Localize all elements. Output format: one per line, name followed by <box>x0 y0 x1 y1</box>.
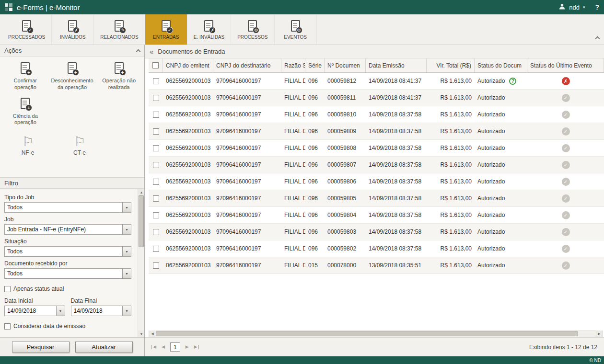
pesquisar-button[interactable]: Pesquisar <box>12 341 70 353</box>
chevron-down-icon[interactable] <box>122 269 131 278</box>
collapse-ribbon-icon[interactable] <box>595 36 600 41</box>
column-serie[interactable]: Série <box>305 58 325 72</box>
tab-entradas[interactable]: ENTRADAS <box>145 14 187 45</box>
table-row[interactable]: 0625569200010397096416000197FILIAL D0960… <box>149 224 604 240</box>
table-row[interactable]: 0625569200010397096416000197FILIAL D0960… <box>149 90 604 106</box>
row-checkbox[interactable] <box>153 145 159 151</box>
checkbox-box[interactable] <box>4 323 11 330</box>
table-row[interactable]: 0625569200010397096416000197FILIAL D0960… <box>149 157 604 173</box>
help-button[interactable]: ? <box>595 3 599 11</box>
chevron-down-icon[interactable] <box>122 203 131 212</box>
chevron-down-icon[interactable] <box>122 306 131 316</box>
chevron-down-icon[interactable] <box>122 225 131 234</box>
table-row[interactable]: 0625569200010397096416000197FILIAL D0960… <box>149 240 604 257</box>
tab-processados[interactable]: PROCESSADOS <box>2 14 52 45</box>
row-checkbox[interactable] <box>153 112 159 118</box>
table-row[interactable]: 0625569200010397096416000197FILIAL D0960… <box>149 106 604 123</box>
column-valor-total[interactable]: Vlr. Total (R$) <box>427 58 475 72</box>
cell-serie: 096 <box>305 207 325 223</box>
row-checkbox[interactable] <box>153 195 159 202</box>
considerar-data-emissao-checkbox[interactable]: Considerar data de emissão <box>4 323 131 330</box>
table-header: CNPJ do emitent CNPJ do destinatário Raz… <box>149 58 604 73</box>
apenas-status-atual-checkbox[interactable]: Apenas status atual <box>4 285 131 292</box>
row-checkbox[interactable] <box>153 246 159 252</box>
column-cnpj-destinatario[interactable]: CNPJ do destinatário <box>213 58 281 72</box>
collapse-sidebar-icon[interactable]: « <box>150 47 153 56</box>
column-data-emissao[interactable]: Data Emissão <box>366 58 427 72</box>
column-razao-social[interactable]: Razão S <box>281 58 305 72</box>
tab-eventos[interactable]: EVENTOS <box>275 14 317 45</box>
pager-first-button[interactable] <box>151 345 156 349</box>
row-checkbox[interactable] <box>153 212 159 218</box>
table-row[interactable]: 0625569200010397096416000197FILIAL D0960… <box>149 123 604 140</box>
tab-processos[interactable]: PROCESSOS <box>231 14 274 45</box>
cell-status-ultimo-evento <box>527 73 604 89</box>
data-inicial-select[interactable]: 14/09/2018 <box>4 306 65 316</box>
cte-flag-button[interactable]: CT-e <box>67 136 92 156</box>
pager-current-page[interactable]: 1 <box>170 342 180 352</box>
pager-next-button[interactable] <box>186 345 189 349</box>
checkbox-box[interactable] <box>4 286 11 292</box>
horizontal-scrollbar[interactable] <box>149 330 603 337</box>
question-icon[interactable]: ? <box>509 78 516 85</box>
error-status-icon <box>562 77 570 85</box>
documento-recebido-por-select[interactable]: Todos <box>4 268 131 279</box>
column-status-ultimo-evento[interactable]: Status do Último Evento <box>527 58 604 72</box>
scrollbar-thumb[interactable] <box>139 195 144 247</box>
pagination-bar: 1 Exibindo itens 1 - 12 de 12 <box>145 337 604 356</box>
cell-cnpj-destinatario: 97096416000197 <box>213 240 281 257</box>
atualizar-button[interactable]: Atualizar <box>75 341 133 353</box>
table-row[interactable]: 0625569200010397096416000197FILIAL D0960… <box>149 173 604 190</box>
scroll-right-icon[interactable] <box>596 330 603 337</box>
tab-e-invalidas[interactable]: E. INVÁLIDAS <box>187 14 231 45</box>
column-status-documento[interactable]: Status do Docum <box>475 58 527 72</box>
row-checkbox-cell <box>149 190 163 206</box>
collapse-actions-icon[interactable] <box>136 49 141 54</box>
table-row[interactable]: 0625569200010397096416000197FILIAL D0960… <box>149 140 604 157</box>
scroll-up-icon[interactable] <box>138 189 144 195</box>
chevron-down-icon[interactable] <box>122 247 131 256</box>
table-row[interactable]: 0625569200010397096416000197FILIAL D0960… <box>149 190 604 207</box>
data-final-select[interactable]: 14/09/2018 <box>71 306 132 316</box>
row-checkbox[interactable] <box>153 229 159 235</box>
desconhecimento-operacao-button[interactable]: Desconhecimento da operação <box>50 62 95 91</box>
scroll-left-icon[interactable] <box>149 330 156 337</box>
confirmar-operacao-button[interactable]: Confirmar operação <box>3 62 48 91</box>
row-checkbox[interactable] <box>153 179 159 185</box>
success-status-icon <box>562 211 570 219</box>
row-checkbox[interactable] <box>153 128 159 135</box>
pager-prev-button[interactable] <box>162 345 165 349</box>
tab-relacionados[interactable]: RELACIONADOS <box>94 14 145 45</box>
situacao-select[interactable]: Todos <box>4 246 131 257</box>
cell-razao-social: FILIAL D <box>281 224 305 240</box>
cell-serie: 096 <box>305 90 325 106</box>
row-checkbox[interactable] <box>153 95 159 101</box>
tab-invalidos[interactable]: INVÁLIDOS <box>52 14 94 45</box>
scroll-down-icon[interactable] <box>138 330 144 337</box>
filter-scrollbar[interactable] <box>138 189 144 337</box>
table-row[interactable]: 0625569200010397096416000197FILIAL D0960… <box>149 73 604 90</box>
select-all-checkbox[interactable] <box>152 62 159 68</box>
tipo-do-job-select[interactable]: Todos <box>4 202 131 213</box>
table-row[interactable]: 0625569200010397096416000197FILIAL D0150… <box>149 257 604 274</box>
column-cnpj-emitente[interactable]: CNPJ do emitent <box>163 58 213 72</box>
chevron-down-icon[interactable]: ▾ <box>583 5 585 10</box>
chevron-down-icon[interactable] <box>56 306 65 316</box>
cell-cnpj-emitente: 06255692000103 <box>163 73 213 89</box>
cell-numero-documento: 000059803 <box>325 224 366 240</box>
job-select[interactable]: Job Entrada - NF-e (EntryNFe) <box>4 224 131 235</box>
ciencia-operacao-button[interactable]: Ciência da operação <box>3 98 48 126</box>
cell-cnpj-emitente: 06255692000103 <box>163 123 213 139</box>
user-menu[interactable]: ndd <box>569 4 580 11</box>
nfe-flag-button[interactable]: NF-e <box>15 136 40 156</box>
pager-last-button[interactable] <box>194 345 199 349</box>
operacao-nao-realizada-button[interactable]: Operação não realizada <box>96 62 141 91</box>
tab-label: INVÁLIDOS <box>60 34 85 40</box>
row-checkbox[interactable] <box>153 262 159 269</box>
row-checkbox[interactable] <box>153 162 159 168</box>
column-numero-documento[interactable]: Nº Documen <box>325 58 366 72</box>
scrollbar-thumb[interactable] <box>156 331 578 336</box>
cell-status-ultimo-evento <box>527 257 604 273</box>
table-row[interactable]: 0625569200010397096416000197FILIAL D0960… <box>149 207 604 224</box>
row-checkbox[interactable] <box>153 78 159 84</box>
